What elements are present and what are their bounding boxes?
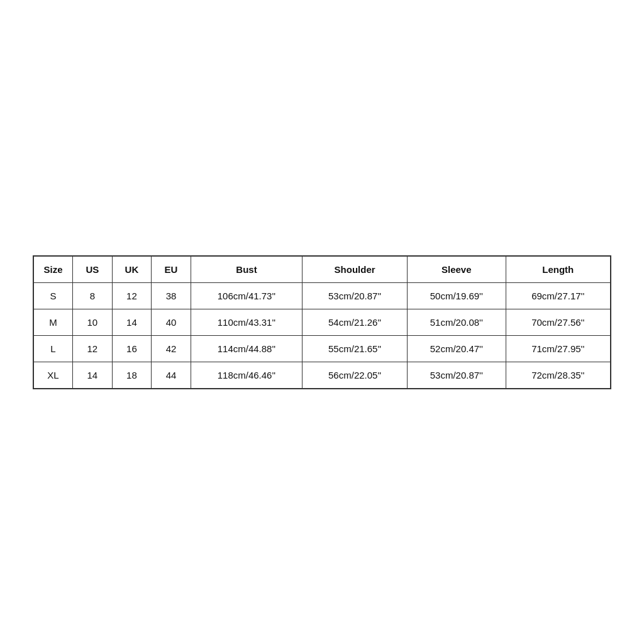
- cell-length-l: 71cm/27.95'': [506, 335, 611, 362]
- cell-uk-s: 12: [112, 282, 152, 309]
- cell-sleeve-s: 50cm/19.69'': [408, 282, 506, 309]
- header-us: US: [73, 256, 113, 283]
- table-row: M 10 14 40 110cm/43.31'' 54cm/21.26'' 51…: [33, 309, 611, 335]
- cell-length-xl: 72cm/28.35'': [506, 362, 611, 389]
- size-chart-table: Size US UK EU Bust Shoulder Sleeve Lengt…: [33, 255, 611, 389]
- cell-shoulder-l: 55cm/21.65'': [303, 335, 408, 362]
- header-shoulder: Shoulder: [303, 256, 408, 283]
- cell-uk-l: 16: [112, 335, 152, 362]
- cell-eu-s: 38: [152, 282, 191, 309]
- header-size: Size: [33, 256, 73, 283]
- cell-shoulder-xl: 56cm/22.05'': [303, 362, 408, 389]
- cell-shoulder-s: 53cm/20.87'': [303, 282, 408, 309]
- cell-bust-m: 110cm/43.31'': [191, 309, 302, 335]
- cell-size-xl: XL: [33, 362, 73, 389]
- cell-length-m: 70cm/27.56'': [506, 309, 611, 335]
- size-chart-container: Size US UK EU Bust Shoulder Sleeve Lengt…: [33, 255, 611, 389]
- header-length: Length: [506, 256, 611, 283]
- table-row: L 12 16 42 114cm/44.88'' 55cm/21.65'' 52…: [33, 335, 611, 362]
- cell-bust-s: 106cm/41.73'': [191, 282, 302, 309]
- cell-uk-xl: 18: [112, 362, 152, 389]
- cell-size-s: S: [33, 282, 73, 309]
- cell-eu-l: 42: [152, 335, 191, 362]
- cell-us-s: 8: [73, 282, 113, 309]
- cell-size-m: M: [33, 309, 73, 335]
- cell-shoulder-m: 54cm/21.26'': [303, 309, 408, 335]
- cell-length-s: 69cm/27.17'': [506, 282, 611, 309]
- header-row: Size US UK EU Bust Shoulder Sleeve Lengt…: [33, 256, 611, 283]
- cell-eu-xl: 44: [152, 362, 191, 389]
- table-body: S 8 12 38 106cm/41.73'' 53cm/20.87'' 50c…: [33, 282, 611, 389]
- cell-uk-m: 14: [112, 309, 152, 335]
- header-uk: UK: [112, 256, 152, 283]
- cell-bust-xl: 118cm/46.46'': [191, 362, 302, 389]
- cell-size-l: L: [33, 335, 73, 362]
- header-eu: EU: [152, 256, 191, 283]
- cell-us-xl: 14: [73, 362, 113, 389]
- cell-sleeve-m: 51cm/20.08'': [408, 309, 506, 335]
- table-header: Size US UK EU Bust Shoulder Sleeve Lengt…: [33, 256, 611, 283]
- table-row: XL 14 18 44 118cm/46.46'' 56cm/22.05'' 5…: [33, 362, 611, 389]
- table-row: S 8 12 38 106cm/41.73'' 53cm/20.87'' 50c…: [33, 282, 611, 309]
- cell-us-l: 12: [73, 335, 113, 362]
- cell-us-m: 10: [73, 309, 113, 335]
- header-sleeve: Sleeve: [408, 256, 506, 283]
- cell-eu-m: 40: [152, 309, 191, 335]
- cell-sleeve-xl: 53cm/20.87'': [408, 362, 506, 389]
- header-bust: Bust: [191, 256, 302, 283]
- cell-sleeve-l: 52cm/20.47'': [408, 335, 506, 362]
- cell-bust-l: 114cm/44.88'': [191, 335, 302, 362]
